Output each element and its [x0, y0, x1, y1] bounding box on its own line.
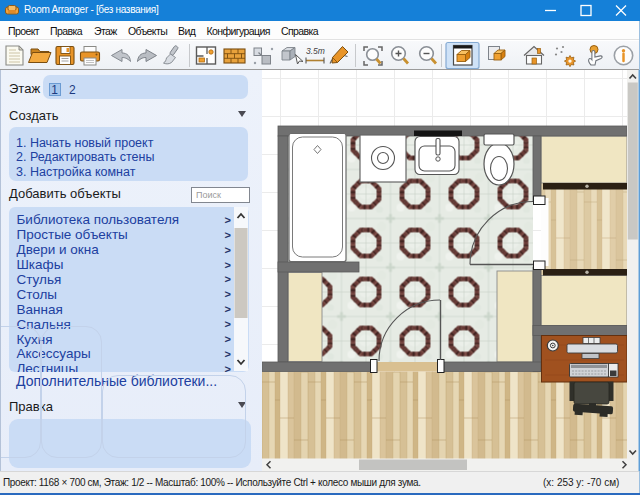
- svg-text:3.5m: 3.5m: [306, 46, 325, 56]
